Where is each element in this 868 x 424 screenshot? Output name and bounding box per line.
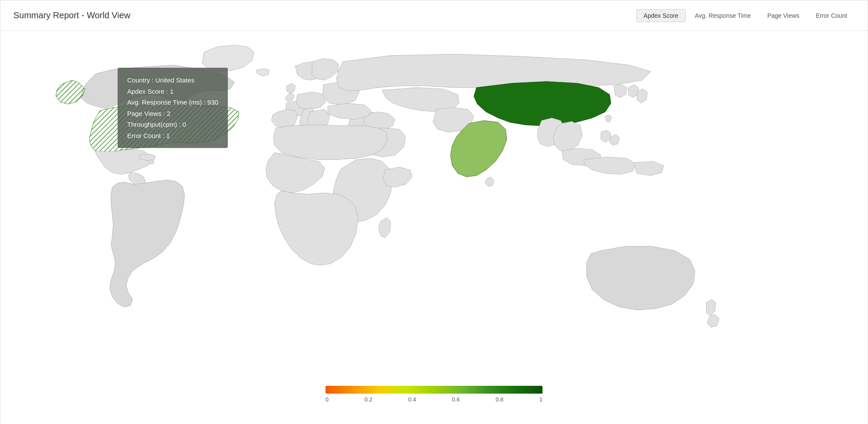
- page-wrapper: Summary Report - World View Apdex Score …: [0, 0, 868, 424]
- page-title: Summary Report - World View: [13, 10, 130, 20]
- legend-labels: 0 0.2 0.4 0.6 0.8 1: [326, 396, 542, 403]
- legend-label-04: 0.4: [408, 396, 416, 403]
- world-map: [0, 31, 868, 424]
- legend-label-06: 0.6: [452, 396, 460, 403]
- header-tabs: Apdex Score Avg. Response Time Page View…: [636, 9, 855, 22]
- tab-page-views[interactable]: Page Views: [760, 9, 807, 22]
- map-container[interactable]: Country : United States Apdex Score : 1 …: [0, 31, 868, 424]
- legend-label-08: 0.8: [496, 396, 503, 403]
- header: Summary Report - World View Apdex Score …: [0, 0, 868, 31]
- legend-container: 0 0.2 0.4 0.6 0.8 1: [326, 386, 542, 403]
- tab-error-count[interactable]: Error Count: [809, 9, 855, 22]
- legend-label-02: 0.2: [365, 396, 372, 403]
- legend-label-0: 0: [326, 396, 329, 403]
- tab-apdex-score[interactable]: Apdex Score: [636, 9, 686, 22]
- legend-color-bar: [326, 386, 542, 394]
- legend-label-1: 1: [539, 396, 542, 403]
- tab-avg-response-time[interactable]: Avg. Response Time: [687, 9, 758, 22]
